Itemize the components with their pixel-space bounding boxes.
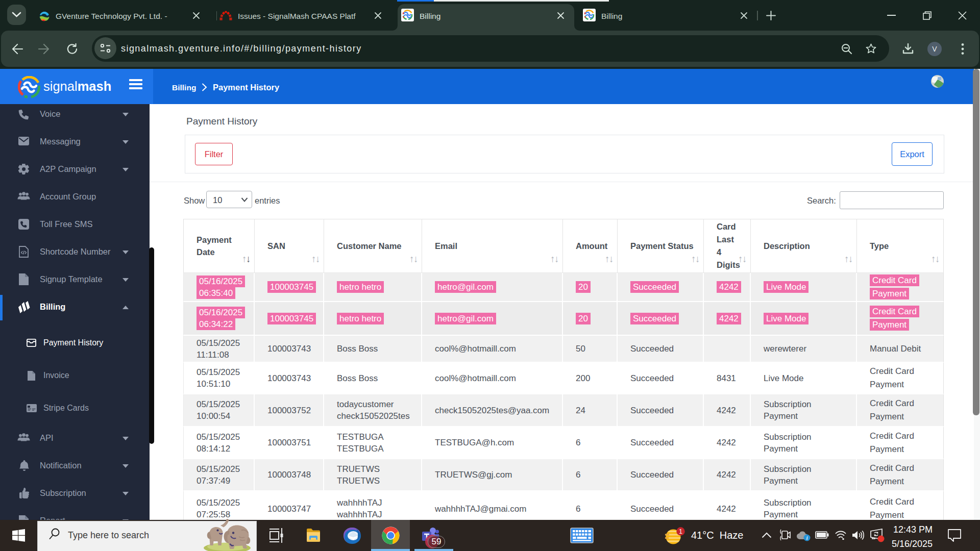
svg-text:1: 1 xyxy=(679,528,682,535)
svg-text:i: i xyxy=(806,536,808,541)
